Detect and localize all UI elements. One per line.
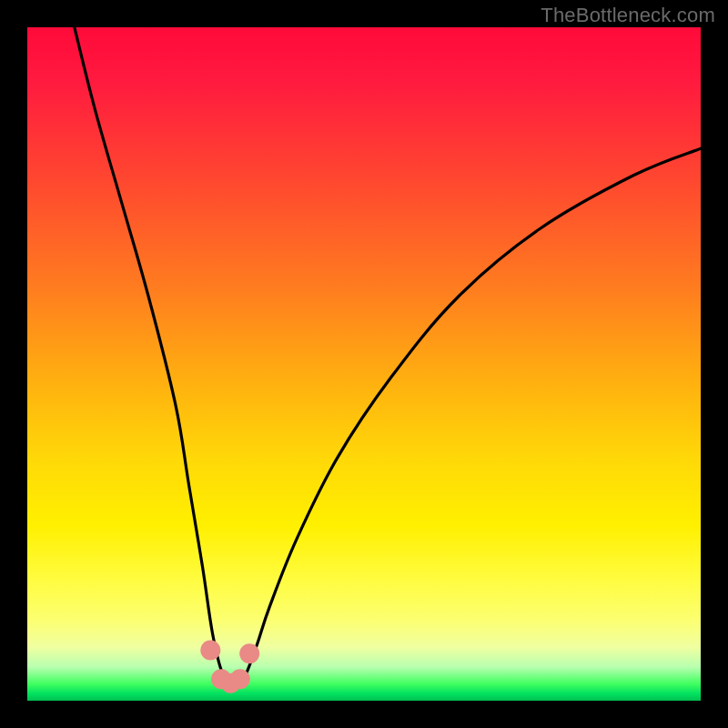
highlight-dots bbox=[200, 641, 259, 693]
highlight-dot bbox=[200, 641, 220, 661]
highlight-dot bbox=[239, 643, 259, 663]
chart-svg bbox=[27, 27, 701, 701]
plot-area bbox=[27, 27, 701, 701]
highlight-dot bbox=[230, 669, 250, 689]
chart-frame: TheBottleneck.com bbox=[0, 0, 728, 728]
bottleneck-curve bbox=[75, 27, 701, 685]
watermark-text: TheBottleneck.com bbox=[541, 4, 715, 27]
